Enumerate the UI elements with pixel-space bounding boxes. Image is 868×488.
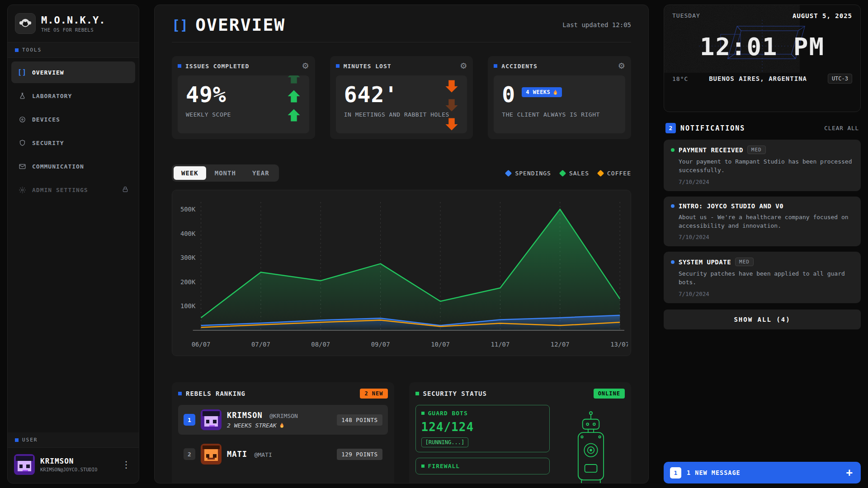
clock-utc-badge: UTC-3 <box>828 74 852 84</box>
security-title: SECURITY STATUS <box>423 390 487 397</box>
sidebar: M.O.N.K.Y. THE OS FOR REBELS TOOLS [] OV… <box>7 5 139 483</box>
rank-handle: @MATI <box>255 451 272 458</box>
blue-square-bullet <box>15 438 19 442</box>
security-status-card: SECURITY STATUS ONLINE GUARD BOTS 124/12… <box>409 382 632 483</box>
tab-week[interactable]: WEEK <box>174 166 206 180</box>
svg-text:08/07: 08/07 <box>311 341 330 348</box>
stat-title: MINUTES LOST <box>344 63 392 70</box>
sidebar-nav: [] OVERVIEW LABORATORY DEVICES SECURITY <box>8 58 139 204</box>
notification-body: Security patches have been applied to al… <box>679 270 854 287</box>
user-menu-dots-icon[interactable]: ⋮ <box>120 457 132 472</box>
right-column: TUESDAY AUGUST 5, 2025 12:01 PM 18°C BUE… <box>664 5 861 483</box>
blue-square-bullet <box>15 48 19 52</box>
svg-text:500K: 500K <box>180 206 196 213</box>
rank-name: KRIMSON <box>227 411 263 420</box>
rank-name: MATI <box>227 450 247 459</box>
chart-range-tabs: WEEK MONTH YEAR <box>172 164 279 182</box>
envelope-icon <box>18 163 27 170</box>
flame-icon <box>279 422 284 428</box>
clock-widget: TUESDAY AUGUST 5, 2025 12:01 PM 18°C BUE… <box>664 5 861 112</box>
chart-legend: SPENDINGS SALES COFFEE <box>506 170 631 177</box>
diamond-marker-icon <box>559 169 566 177</box>
tools-section-label: TOOLS <box>8 42 139 58</box>
clear-all-button[interactable]: CLEAR ALL <box>824 125 859 131</box>
priority-badge: MED <box>747 145 766 154</box>
guard-bots-state: [RUNNING...] <box>421 437 469 447</box>
notification-date: 7/10/2024 <box>679 178 854 185</box>
new-message-bar[interactable]: 1 1 NEW MESSAGE + <box>664 462 861 483</box>
ranking-row-1[interactable]: 1 KRIMSON @KRIMSON <box>178 405 388 435</box>
svg-text:11/07: 11/07 <box>491 341 509 348</box>
clock-location: BUENOS AIRES, ARGENTINA <box>688 75 828 82</box>
clock-time: 12:01 PM <box>700 33 825 61</box>
svg-text:300K: 300K <box>180 254 196 261</box>
notification-card[interactable]: SYSTEM UPDATE MED Security patches have … <box>664 252 861 303</box>
stat-value: 49% <box>186 83 301 107</box>
notifications-list: PAYMENT RECEIVED MED Your payment to Ram… <box>664 140 861 303</box>
sidebar-item-overview[interactable]: [] OVERVIEW <box>11 61 135 83</box>
notification-card[interactable]: INTRO: JOYCO STUDIO AND V0 About us - We… <box>664 197 861 247</box>
trend-down-arrows-icon <box>443 78 460 132</box>
chart-controls: WEEK MONTH YEAR SPENDINGS SALES COFFEE <box>172 164 631 182</box>
priority-badge: MED <box>735 258 754 266</box>
svg-text:07/07: 07/07 <box>251 341 270 348</box>
flame-icon <box>553 89 558 95</box>
legend-sales[interactable]: SALES <box>560 170 589 177</box>
tab-year[interactable]: YEAR <box>245 166 277 180</box>
sidebar-item-devices[interactable]: DEVICES <box>11 108 135 130</box>
gear-icon[interactable]: ⚙ <box>302 62 309 70</box>
user-email: KRIMSON@JOYCO.STUDIO <box>40 467 97 472</box>
legend-coffee[interactable]: COFFEE <box>598 170 631 177</box>
user-avatar <box>14 454 35 475</box>
notifications-header: 2 NOTIFICATIONS CLEAR ALL <box>664 123 861 133</box>
tab-month[interactable]: MONTH <box>207 166 244 180</box>
app-tagline: THE OS FOR REBELS <box>41 27 105 33</box>
clock-temperature: 18°C <box>672 75 688 82</box>
gear-icon[interactable]: ⚙ <box>618 62 625 70</box>
sidebar-item-label: COMMUNICATION <box>32 163 84 170</box>
svg-text:200K: 200K <box>180 278 196 286</box>
blue-square-bullet <box>178 64 181 68</box>
stat-caption: WEEKLY SCOPE <box>186 111 301 118</box>
blue-square-bullet <box>336 64 340 68</box>
svg-text:12/07: 12/07 <box>551 341 570 348</box>
sidebar-item-communication[interactable]: COMMUNICATION <box>11 155 135 177</box>
stat-value: 0 <box>502 83 515 107</box>
stat-card-issues: ISSUES COMPLETED ⚙ 49% WEEKLY SCOPE <box>172 56 315 139</box>
stat-title: ACCIDENTS <box>501 63 537 70</box>
page-title: OVERVIEW <box>195 15 285 35</box>
new-count-badge: 2 NEW <box>360 389 387 399</box>
sidebar-item-admin-settings[interactable]: ADMIN SETTINGS <box>11 179 135 201</box>
plus-icon[interactable]: + <box>844 467 854 478</box>
notification-card[interactable]: PAYMENT RECEIVED MED Your payment to Ram… <box>664 140 861 191</box>
notifications-title: NOTIFICATIONS <box>680 124 745 132</box>
legend-spendings[interactable]: SPENDINGS <box>506 170 551 177</box>
sidebar-item-label: LABORATORY <box>32 93 72 99</box>
rank-badge: 1 <box>184 414 195 426</box>
svg-text:13/07: 13/07 <box>610 341 628 348</box>
stats-row: ISSUES COMPLETED ⚙ 49% WEEKLY SCOPE MINU… <box>172 56 631 139</box>
rank-streak: 2 WEEKS STREAK <box>227 422 298 429</box>
status-dot <box>671 148 675 152</box>
sidebar-item-laboratory[interactable]: LABORATORY <box>11 85 135 107</box>
stat-caption: THE CLIENT ALWAYS IS RIGHT <box>502 111 617 118</box>
user-section-label: USER <box>8 432 139 448</box>
avatar <box>201 444 222 465</box>
streak-badge: 4 WEEKS <box>522 87 562 97</box>
svg-text:400K: 400K <box>180 230 196 237</box>
flask-icon <box>18 92 27 100</box>
sidebar-item-security[interactable]: SECURITY <box>11 132 135 154</box>
rank-badge: 2 <box>184 448 195 460</box>
blue-square-bullet <box>178 392 182 395</box>
monkey-logo-icon <box>15 13 36 34</box>
status-badge: ONLINE <box>594 389 625 399</box>
show-all-button[interactable]: SHOW ALL (4) <box>664 310 861 329</box>
points-badge: 148 POINTS <box>337 414 382 426</box>
user-card[interactable]: KRIMSON KRIMSON@JOYCO.STUDIO ⋮ <box>8 448 139 483</box>
gear-icon[interactable]: ⚙ <box>460 62 467 70</box>
app-logo-row: M.O.N.K.Y. THE OS FOR REBELS <box>8 5 139 42</box>
notification-body: Your payment to Rampant Studio has been … <box>679 158 854 175</box>
ranking-row-2[interactable]: 2 MATI @MATI 129 POINTS <box>178 439 388 469</box>
status-dot <box>671 260 675 264</box>
sidebar-user-section: USER KRIMSON KRIMSON@JOYCO.STUDIO ⋮ <box>8 432 139 483</box>
